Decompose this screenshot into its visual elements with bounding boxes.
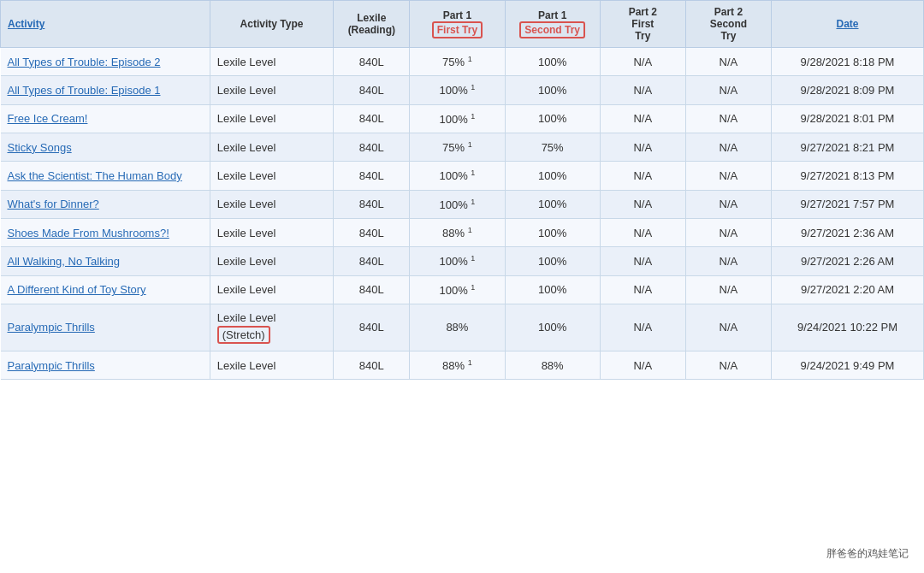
- cell-p1-second-try: 100%: [505, 247, 600, 275]
- cell-date: 9/28/2021 8:09 PM: [771, 76, 923, 104]
- activity-table: Activity Activity Type Lexile(Reading) P…: [0, 0, 924, 380]
- cell-p2-second-try: N/A: [685, 76, 771, 104]
- cell-p2-first-try: N/A: [600, 48, 685, 76]
- table-row: A Different Kind of Toy StoryLexile Leve…: [1, 275, 924, 304]
- cell-date: 9/24/2021 10:22 PM: [771, 304, 923, 351]
- cell-date: 9/27/2021 2:20 AM: [771, 275, 923, 304]
- cell-date: 9/27/2021 2:36 AM: [771, 218, 923, 246]
- table-body: All Types of Trouble: Episode 2Lexile Le…: [1, 48, 924, 380]
- cell-activity[interactable]: All Types of Trouble: Episode 1: [1, 76, 210, 104]
- header-part2-second-try: Part 2SecondTry: [685, 1, 771, 48]
- cell-p2-second-try: N/A: [685, 190, 771, 218]
- cell-p2-second-try: N/A: [685, 104, 771, 133]
- cell-activity-type: Lexile Level: [210, 190, 334, 218]
- header-activity-type: Activity Type: [210, 1, 334, 48]
- cell-activity[interactable]: Shoes Made From Mushrooms?!: [1, 218, 210, 246]
- cell-p1-first-try: 88%: [410, 304, 505, 351]
- cell-p2-second-try: N/A: [685, 351, 771, 379]
- cell-lexile: 840L: [334, 247, 410, 275]
- cell-p2-second-try: N/A: [685, 162, 771, 190]
- cell-p2-second-try: N/A: [685, 247, 771, 275]
- cell-p2-first-try: N/A: [600, 76, 685, 104]
- cell-activity[interactable]: A Different Kind of Toy Story: [1, 275, 210, 304]
- cell-p1-first-try: 100% 1: [410, 275, 505, 304]
- cell-p2-second-try: N/A: [685, 304, 771, 351]
- cell-p1-second-try: 75%: [505, 133, 600, 161]
- cell-date: 9/27/2021 8:21 PM: [771, 133, 923, 161]
- cell-activity-type: Lexile Level: [210, 133, 334, 161]
- cell-p1-second-try: 100%: [505, 48, 600, 76]
- part1-first-try-boxed: First Try: [432, 21, 483, 38]
- cell-activity-type: Lexile Level: [210, 351, 334, 379]
- main-table-container: Activity Activity Type Lexile(Reading) P…: [0, 0, 924, 380]
- cell-p1-first-try: 100% 1: [410, 76, 505, 104]
- cell-activity-type: Lexile Level: [210, 104, 334, 133]
- cell-lexile: 840L: [334, 133, 410, 161]
- cell-p1-second-try: 100%: [505, 218, 600, 246]
- cell-p2-first-try: N/A: [600, 190, 685, 218]
- cell-date: 9/28/2021 8:18 PM: [771, 48, 923, 76]
- cell-lexile: 840L: [334, 104, 410, 133]
- cell-p2-first-try: N/A: [600, 351, 685, 379]
- cell-lexile: 840L: [334, 351, 410, 379]
- cell-p1-first-try: 100% 1: [410, 190, 505, 218]
- cell-p2-first-try: N/A: [600, 133, 685, 161]
- cell-activity-type: Lexile Level: [210, 218, 334, 246]
- cell-lexile: 840L: [334, 162, 410, 190]
- cell-p1-first-try: 88% 1: [410, 351, 505, 379]
- cell-activity-type: Lexile Level(Stretch): [210, 304, 334, 351]
- cell-p1-second-try: 100%: [505, 76, 600, 104]
- header-part2-first-try: Part 2FirstTry: [600, 1, 685, 48]
- table-row: All Types of Trouble: Episode 2Lexile Le…: [1, 48, 924, 76]
- header-activity[interactable]: Activity: [1, 1, 210, 48]
- cell-lexile: 840L: [334, 76, 410, 104]
- stretch-badge: (Stretch): [217, 326, 270, 344]
- cell-p1-first-try: 100% 1: [410, 247, 505, 275]
- cell-activity[interactable]: Paralympic Thrills: [1, 351, 210, 379]
- table-row: Ask the Scientist: The Human BodyLexile …: [1, 162, 924, 190]
- cell-date: 9/27/2021 2:26 AM: [771, 247, 923, 275]
- cell-p2-second-try: N/A: [685, 133, 771, 161]
- cell-p2-second-try: N/A: [685, 275, 771, 304]
- cell-activity-type: Lexile Level: [210, 247, 334, 275]
- header-part1-first-try: Part 1 First Try: [410, 1, 505, 48]
- cell-activity[interactable]: Paralympic Thrills: [1, 304, 210, 351]
- cell-p1-second-try: 88%: [505, 351, 600, 379]
- header-lexile: Lexile(Reading): [334, 1, 410, 48]
- cell-p1-first-try: 75% 1: [410, 48, 505, 76]
- cell-p2-first-try: N/A: [600, 162, 685, 190]
- cell-activity[interactable]: Free Ice Cream!: [1, 104, 210, 133]
- cell-date: 9/27/2021 8:13 PM: [771, 162, 923, 190]
- cell-p1-second-try: 100%: [505, 275, 600, 304]
- cell-p2-first-try: N/A: [600, 247, 685, 275]
- cell-activity[interactable]: All Types of Trouble: Episode 2: [1, 48, 210, 76]
- cell-activity-type: Lexile Level: [210, 48, 334, 76]
- cell-p1-first-try: 100% 1: [410, 162, 505, 190]
- cell-p2-first-try: N/A: [600, 218, 685, 246]
- table-row: All Types of Trouble: Episode 1Lexile Le…: [1, 76, 924, 104]
- cell-activity[interactable]: What's for Dinner?: [1, 190, 210, 218]
- cell-p2-first-try: N/A: [600, 104, 685, 133]
- cell-p1-first-try: 75% 1: [410, 133, 505, 161]
- table-row: Paralympic ThrillsLexile Level840L88% 18…: [1, 351, 924, 379]
- cell-p2-second-try: N/A: [685, 218, 771, 246]
- cell-date: 9/27/2021 7:57 PM: [771, 190, 923, 218]
- cell-lexile: 840L: [334, 304, 410, 351]
- cell-p2-second-try: N/A: [685, 48, 771, 76]
- cell-p1-second-try: 100%: [505, 162, 600, 190]
- header-date[interactable]: Date: [771, 1, 923, 48]
- cell-activity[interactable]: Ask the Scientist: The Human Body: [1, 162, 210, 190]
- table-header-row: Activity Activity Type Lexile(Reading) P…: [1, 1, 924, 48]
- cell-activity[interactable]: All Walking, No Talking: [1, 247, 210, 275]
- table-row: What's for Dinner?Lexile Level840L100% 1…: [1, 190, 924, 218]
- table-row: All Walking, No TalkingLexile Level840L1…: [1, 247, 924, 275]
- cell-p1-second-try: 100%: [505, 190, 600, 218]
- cell-p1-first-try: 88% 1: [410, 218, 505, 246]
- table-row: Sticky SongsLexile Level840L75% 175%N/AN…: [1, 133, 924, 161]
- cell-lexile: 840L: [334, 275, 410, 304]
- table-row: Shoes Made From Mushrooms?!Lexile Level8…: [1, 218, 924, 246]
- cell-p1-first-try: 100% 1: [410, 104, 505, 133]
- cell-activity[interactable]: Sticky Songs: [1, 133, 210, 161]
- cell-lexile: 840L: [334, 190, 410, 218]
- cell-activity-type: Lexile Level: [210, 162, 334, 190]
